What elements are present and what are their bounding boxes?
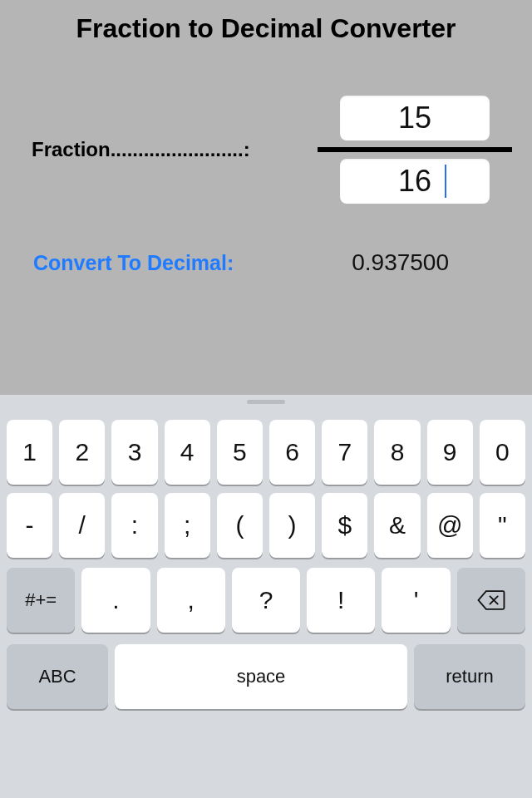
numerator-input[interactable]	[340, 96, 490, 140]
denominator-wrap	[340, 159, 490, 204]
key-5[interactable]: 5	[217, 420, 263, 485]
convert-label[interactable]: Convert To Decimal:	[33, 251, 234, 275]
backspace-icon	[477, 589, 505, 611]
key-symbols[interactable]: #+=	[7, 568, 75, 633]
key-dash[interactable]: -	[7, 493, 52, 558]
key-close-paren[interactable]: )	[269, 493, 315, 558]
key-at[interactable]: @	[427, 493, 473, 558]
key-ampersand[interactable]: &	[374, 493, 420, 558]
fraction-label: Fraction........................:	[32, 138, 250, 161]
key-2[interactable]: 2	[59, 420, 105, 485]
keyboard-row-3: #+= . , ? ! '	[7, 568, 525, 633]
key-quote[interactable]: "	[480, 493, 525, 558]
key-dollar[interactable]: $	[322, 493, 367, 558]
key-apostrophe[interactable]: '	[382, 568, 450, 633]
key-delete[interactable]	[457, 568, 525, 633]
key-slash[interactable]: /	[59, 493, 105, 558]
key-colon[interactable]: :	[111, 493, 157, 558]
page-title: Fraction to Decimal Converter	[0, 0, 532, 44]
key-exclaim[interactable]: !	[307, 568, 375, 633]
key-1[interactable]: 1	[7, 420, 52, 485]
key-comma[interactable]: ,	[157, 568, 225, 633]
key-period[interactable]: .	[81, 568, 150, 633]
fraction-box	[316, 87, 514, 212]
result-row: Convert To Decimal: 0.937500	[0, 249, 532, 276]
keyboard-row-4: ABC space return	[7, 644, 525, 709]
key-abc[interactable]: ABC	[7, 644, 108, 709]
key-6[interactable]: 6	[269, 420, 315, 485]
fraction-bar	[318, 147, 512, 152]
keyboard-row-1: 1 2 3 4 5 6 7 8 9 0	[7, 420, 525, 485]
text-cursor	[445, 165, 446, 198]
key-space[interactable]: space	[115, 644, 407, 709]
key-return[interactable]: return	[414, 644, 525, 709]
fraction-row: Fraction........................:	[0, 87, 532, 212]
key-9[interactable]: 9	[427, 420, 473, 485]
app-root: Fraction to Decimal Converter Fraction..…	[0, 0, 532, 798]
key-4[interactable]: 4	[165, 420, 210, 485]
key-8[interactable]: 8	[374, 420, 420, 485]
key-3[interactable]: 3	[111, 420, 157, 485]
keyboard-grabber-icon[interactable]	[247, 400, 285, 404]
key-7[interactable]: 7	[322, 420, 367, 485]
key-question[interactable]: ?	[232, 568, 300, 633]
decimal-result: 0.937500	[352, 249, 499, 276]
denominator-input[interactable]	[340, 159, 490, 204]
key-semicolon[interactable]: ;	[165, 493, 210, 558]
keyboard: 1 2 3 4 5 6 7 8 9 0 - / : ; ( ) $ & @ " …	[0, 395, 532, 798]
key-0[interactable]: 0	[480, 420, 525, 485]
keyboard-row-2: - / : ; ( ) $ & @ "	[7, 493, 525, 558]
key-open-paren[interactable]: (	[217, 493, 263, 558]
content-area: Fraction to Decimal Converter Fraction..…	[0, 0, 532, 395]
